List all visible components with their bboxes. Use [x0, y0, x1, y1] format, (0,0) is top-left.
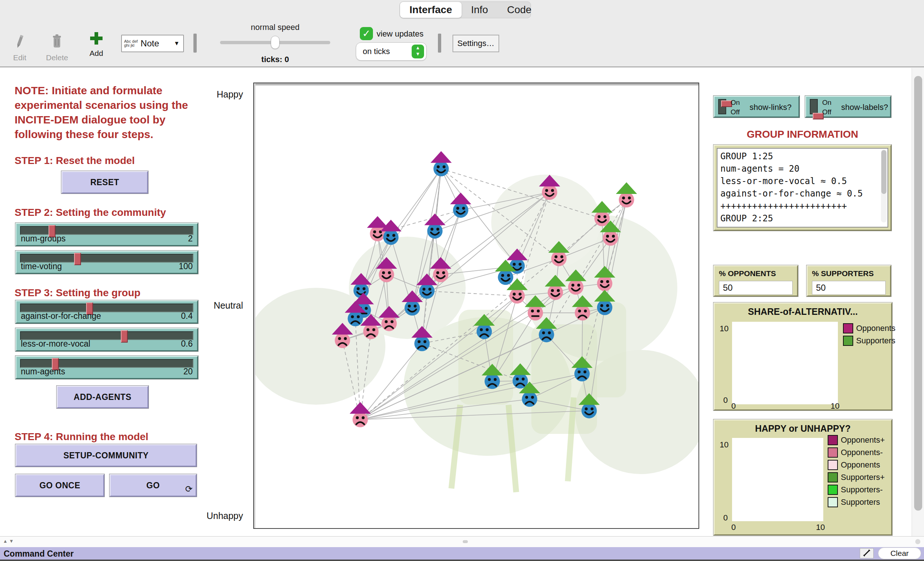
go-button[interactable]: GO ⟳: [110, 474, 197, 497]
view-label-happy: Happy: [203, 89, 243, 100]
legend-item: Supporters+: [828, 472, 885, 483]
scroll-arrows-icon[interactable]: ▲▼: [3, 538, 15, 544]
add-agents-button[interactable]: ADD-AGENTS: [57, 386, 148, 408]
update-mode-select[interactable]: on ticks ▲▼: [356, 42, 427, 61]
time-voting-slider[interactable]: time-voting100: [15, 251, 198, 274]
slider-label: num-groups: [21, 234, 66, 244]
legend-item: Opponents-: [828, 447, 885, 458]
share-of-alternatives-plot: SHARE-of-ALTERNATIV... 10 0 0 10 Opponen…: [713, 302, 892, 411]
slider-value: 2: [188, 234, 193, 244]
view-updates-label: view updates: [376, 29, 423, 39]
legend-swatch: [828, 460, 838, 470]
go-once-label: GO ONCE: [39, 481, 80, 490]
window-bottom-edge: [0, 559, 924, 561]
step2-heading: STEP 2: Setting the community: [15, 207, 166, 218]
chevron-down-icon: ▼: [174, 40, 180, 47]
switch-onoff-labels: OnOff: [822, 98, 831, 117]
monitor-label: % SUPPORTERS: [812, 269, 886, 278]
widget-chooser-value: Note: [141, 38, 174, 48]
slider-label: num-agents: [21, 367, 65, 376]
delete-button[interactable]: Delete: [46, 34, 68, 62]
expand-command-center-button[interactable]: [860, 548, 874, 558]
switch-label: show-links?: [750, 102, 792, 112]
go-once-button[interactable]: GO ONCE: [15, 474, 104, 497]
watermark-background: [254, 174, 699, 492]
splitter-handle[interactable]: [463, 540, 468, 543]
view-bevel: [254, 83, 255, 528]
horizontal-scroll-strip[interactable]: ▲▼: [0, 536, 924, 547]
trash-icon: [51, 34, 62, 50]
clear-button[interactable]: Clear: [878, 547, 921, 559]
update-mode-value: on ticks: [363, 47, 412, 56]
scrollbar-endcap: [915, 539, 920, 544]
add-button[interactable]: Add: [86, 32, 107, 58]
view-label-unhappy: Unhappy: [203, 511, 243, 521]
x-axis-min: 0: [731, 523, 736, 532]
step1-heading: STEP 1: Reset the model: [15, 155, 135, 167]
num-groups-slider[interactable]: num-groups2: [15, 223, 198, 246]
legend-label: Supporters: [841, 498, 880, 507]
legend-item: Supporters: [843, 335, 896, 346]
tab-info[interactable]: Info: [462, 2, 498, 18]
scrollbar-thumb[interactable]: [881, 150, 886, 194]
slider-value: 20: [183, 367, 193, 376]
reset-button[interactable]: RESET: [61, 171, 148, 194]
scrollbar-thumb[interactable]: [914, 76, 922, 511]
legend-label: Opponents-: [841, 448, 883, 457]
legend-label: Opponents: [856, 323, 896, 333]
switch-onoff-labels: OnOff: [730, 98, 740, 117]
legend-item: Supporters-: [828, 485, 885, 495]
slider-value: 0.4: [181, 311, 193, 321]
legend-swatch: [828, 447, 838, 458]
world-view[interactable]: [253, 83, 699, 529]
agent-node[interactable]: [616, 182, 637, 208]
note-widget-icon: Abc def ghi jkl: [124, 39, 138, 48]
view-label-neutral: Neutral: [203, 300, 243, 311]
window-vertical-scrollbar[interactable]: [912, 68, 924, 536]
legend-swatch: [828, 472, 838, 483]
agent-node[interactable]: [430, 151, 452, 176]
reset-label: RESET: [90, 177, 119, 187]
num-agents-slider[interactable]: num-agents20: [15, 356, 198, 379]
y-axis-min: 0: [723, 396, 728, 405]
tab-interface[interactable]: Interface: [400, 2, 462, 18]
setup-community-label: SETUP-COMMUNITY: [63, 451, 149, 460]
legend-item: Opponents: [843, 323, 896, 334]
x-axis-max: 10: [831, 402, 839, 411]
show-labels-switch[interactable]: OnOff show-labels?: [805, 96, 891, 117]
note-text: NOTE: Initiate and formulate experimenta…: [15, 83, 199, 142]
legend-label: Opponents: [841, 460, 880, 470]
tab-code[interactable]: Code: [497, 2, 541, 18]
world-view-canvas[interactable]: [254, 83, 699, 528]
slider-value: 0.6: [181, 339, 193, 349]
switch-groove: [718, 99, 726, 114]
legend-item: Opponents+: [828, 435, 885, 445]
speed-slider-knob[interactable]: [271, 36, 279, 49]
legend-swatch: [843, 335, 853, 346]
view-updates-checkbox[interactable]: ✓: [360, 27, 373, 40]
edit-button[interactable]: Edit: [9, 34, 31, 62]
against-or-for-change-slider[interactable]: against-or-for-change0.4: [15, 300, 198, 323]
settings-button[interactable]: Settings…: [453, 35, 499, 52]
slider-label: time-voting: [21, 262, 62, 271]
y-axis-max: 10: [720, 324, 728, 334]
tab-bar: Interface Info Code: [400, 2, 531, 18]
opponents-monitor: % OPPONENTS 50: [713, 265, 798, 296]
speed-slider[interactable]: [220, 41, 330, 44]
happy-or-unhappy-plot: HAPPY or UNHAPPY? 10 0 0 10 Opponents+Op…: [713, 419, 892, 535]
group-information-text: GROUP 1:25num-agents = 20less-or-more-vo…: [717, 148, 888, 227]
toolbar-separator: [438, 34, 441, 53]
setup-community-button[interactable]: SETUP-COMMUNITY: [15, 444, 197, 467]
less-or-more-vocal-slider[interactable]: less-or-more-vocal0.6: [15, 328, 198, 351]
plot-area: [732, 322, 838, 404]
y-axis-max: 10: [720, 440, 728, 450]
agent-node[interactable]: [450, 193, 471, 218]
widget-chooser[interactable]: Abc def ghi jkl Note ▼: [121, 35, 184, 52]
pencil-icon: [14, 34, 26, 50]
plus-icon: [89, 32, 103, 45]
group-info-scrollbar[interactable]: [881, 149, 887, 223]
ticks-counter: ticks: 0: [220, 55, 330, 64]
show-links-switch[interactable]: OnOff show-links?: [713, 96, 800, 117]
legend-label: Supporters: [856, 336, 896, 346]
legend-label: Supporters-: [841, 485, 883, 495]
